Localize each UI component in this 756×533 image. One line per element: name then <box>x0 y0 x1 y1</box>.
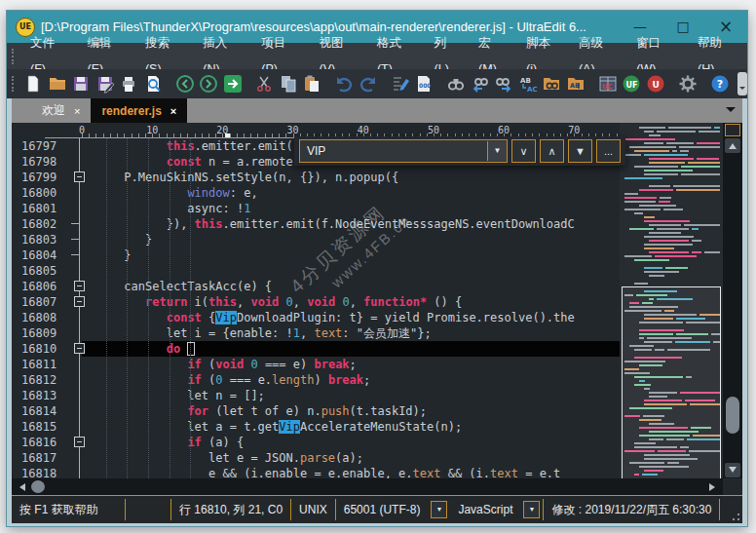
ruler-number: 20 <box>216 125 228 135</box>
undo-icon[interactable] <box>333 72 356 95</box>
redo-icon[interactable] <box>358 72 380 95</box>
line-number: 16815 <box>12 419 60 435</box>
line-number: 16800 <box>12 185 60 201</box>
save-as-icon[interactable] <box>94 72 116 95</box>
svg-text:AB: AB <box>520 77 531 85</box>
find-icon[interactable] <box>445 72 468 95</box>
code-text: let n = []; <box>82 388 620 403</box>
cut-icon[interactable] <box>253 72 276 95</box>
horizontal-scrollbar[interactable] <box>12 478 723 495</box>
scroll-down-button[interactable] <box>725 463 740 477</box>
insert-number-icon[interactable]: 000 <box>413 72 435 95</box>
line-number: 16818 <box>12 466 60 478</box>
status-encoding[interactable]: 65001 (UTF-8) <box>336 496 429 523</box>
new-file-icon[interactable] <box>22 72 45 95</box>
back-icon[interactable] <box>173 72 196 95</box>
code-text: return i(this, void 0, void 0, function*… <box>82 294 620 310</box>
find-filter-button[interactable]: ▼ <box>568 139 592 163</box>
svg-text:000: 000 <box>419 82 432 89</box>
code-line-16802: 16802 }), this.emitter.emit(f.NodeEventM… <box>12 216 620 232</box>
code-line-16800: 16800 window: e, <box>12 185 620 201</box>
status-syntax[interactable]: JavaScript <box>450 496 520 523</box>
minimap-zoom-button[interactable] <box>725 124 740 136</box>
fold-margin <box>60 325 82 341</box>
fold-box-icon[interactable] <box>60 279 82 294</box>
find-next-icon[interactable] <box>493 72 515 95</box>
window-frame: 欢迎×renderer.js× 010203040506070 16797 th… <box>7 98 747 526</box>
line-number: 16817 <box>12 450 60 466</box>
tab-close-icon[interactable]: × <box>74 105 80 117</box>
tab-close-icon[interactable]: × <box>170 105 176 117</box>
find-input[interactable] <box>300 144 487 158</box>
print-icon[interactable] <box>118 72 140 95</box>
replace-in-files-icon[interactable]: AB <box>565 72 587 95</box>
fold-margin <box>60 185 82 201</box>
fold-margin <box>60 263 82 279</box>
help-icon[interactable]: ? <box>708 72 731 95</box>
encoding-dropdown-icon[interactable]: ▼ <box>431 501 447 518</box>
status-help: 按 F1 获取帮助 <box>12 496 125 523</box>
line-number: 16804 <box>12 247 60 263</box>
find-next-button[interactable]: ∨ <box>511 139 536 163</box>
toolbar-overflow-handle[interactable] <box>737 72 747 95</box>
replace-icon[interactable]: ABAC <box>517 72 540 95</box>
syntax-dropdown-icon[interactable]: ▼ <box>523 501 540 518</box>
line-number: 16801 <box>12 201 60 216</box>
code-line-16803: 16803 } <box>12 232 620 247</box>
ultrafinder-icon[interactable]: UF <box>621 72 643 95</box>
menu-bar: 文件(F)编辑(E)搜索(S)插入(N)项目(P)视图(V)格式(T)列(L)宏… <box>7 43 747 69</box>
save-icon[interactable] <box>70 72 93 95</box>
vertical-scrollbar[interactable] <box>723 123 742 478</box>
find-more-button[interactable]: ... <box>596 139 621 163</box>
fold-margin <box>60 466 82 478</box>
tab-renderer.js[interactable]: renderer.js× <box>91 98 187 123</box>
find-prev-button[interactable]: ∧ <box>540 139 564 163</box>
scroll-right-button[interactable] <box>705 478 723 495</box>
copy-icon[interactable] <box>278 72 300 95</box>
fold-box-icon[interactable] <box>60 341 82 357</box>
fold-margin <box>60 310 82 325</box>
fold-margin <box>60 357 82 372</box>
line-number: 16816 <box>12 435 60 450</box>
minimap-viewport[interactable] <box>622 286 721 478</box>
scroll-up-button[interactable] <box>725 138 740 153</box>
find-combo[interactable]: ▼ <box>299 139 508 163</box>
fold-box-icon[interactable] <box>60 435 82 450</box>
svg-text:?: ? <box>716 78 722 91</box>
status-caret-position[interactable]: 行 16810, 列 21, C0 <box>171 496 290 523</box>
forward-icon[interactable] <box>198 72 220 95</box>
find-in-files-icon[interactable] <box>541 72 563 95</box>
compare-icon[interactable]: UC <box>596 72 619 95</box>
open-file-icon[interactable] <box>46 72 68 95</box>
fold-margin <box>60 372 82 388</box>
print-preview-icon[interactable] <box>141 72 164 95</box>
tab-label: 欢迎 <box>42 102 65 119</box>
fold-margin <box>60 201 82 216</box>
line-number: 16808 <box>12 310 60 325</box>
fold-box-icon[interactable] <box>60 294 82 310</box>
status-line-ending[interactable]: UNIX <box>291 496 335 523</box>
code-line-16811: 16811 if (void 0 === e) break; <box>12 357 620 372</box>
code-text: canSelectTaskAcc(e) { <box>82 279 620 294</box>
ultraftp-icon[interactable]: U <box>644 72 666 95</box>
settings-gear-icon[interactable] <box>676 72 699 95</box>
minimap[interactable] <box>620 123 723 478</box>
paste-icon[interactable] <box>301 72 323 95</box>
find-prev-icon[interactable] <box>470 72 492 95</box>
tab-list-dropdown-icon[interactable] <box>726 107 736 117</box>
column-mode-icon[interactable] <box>390 72 412 95</box>
code-line-16818: 16818 e && (i.enable = e.enable, e.text … <box>12 466 620 478</box>
fold-box-icon[interactable] <box>60 170 82 185</box>
code-text: e && (i.enable = e.enable, e.text && (i.… <box>82 466 620 478</box>
code-text: let a = t.getVipAccelerateMenuState(n); <box>82 419 620 435</box>
scroll-left-button[interactable] <box>12 478 29 495</box>
tab-欢迎[interactable]: 欢迎× <box>31 98 91 123</box>
code-area[interactable]: 16797 this.emitter.emit(16798 const n = … <box>12 138 620 478</box>
horizontal-scroll-thumb[interactable] <box>31 480 45 493</box>
resize-grip[interactable] <box>727 496 742 523</box>
goto-icon[interactable] <box>221 72 244 95</box>
vertical-scroll-thumb[interactable] <box>726 397 739 434</box>
code-text: const {VipDownloadPlugin: t} = yield Pro… <box>82 310 620 325</box>
find-history-dropdown-icon[interactable]: ▼ <box>487 141 507 161</box>
editor-pane[interactable]: 010203040506070 16797 this.emitter.emit(… <box>12 123 742 495</box>
